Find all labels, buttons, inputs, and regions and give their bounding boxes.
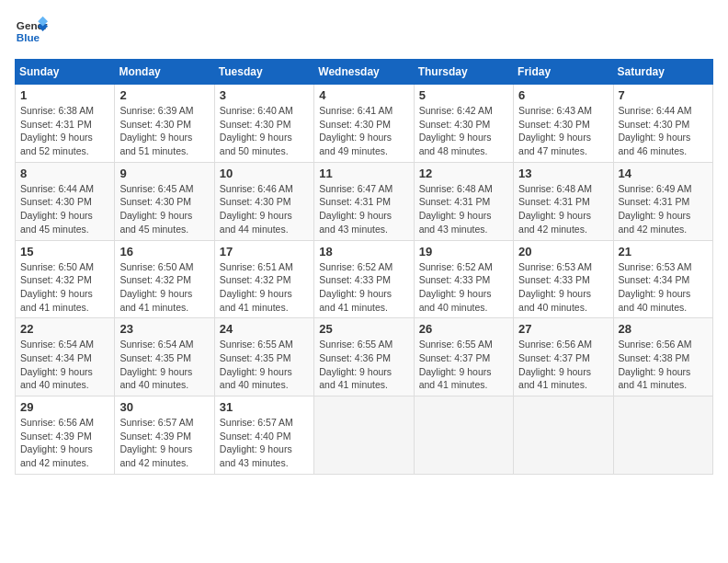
calendar-cell: 31 Sunrise: 6:57 AMSunset: 4:40 PMDaylig…	[214, 396, 313, 475]
cell-content: Sunrise: 6:56 AMSunset: 4:39 PMDaylight:…	[20, 416, 109, 470]
day-number: 13	[518, 167, 608, 180]
cell-content: Sunrise: 6:44 AMSunset: 4:30 PMDaylight:…	[619, 104, 708, 158]
calendar-cell: 13 Sunrise: 6:48 AMSunset: 4:31 PMDaylig…	[514, 162, 613, 240]
week-row-3: 15 Sunrise: 6:50 AMSunset: 4:32 PMDaylig…	[16, 240, 713, 318]
header-day-tuesday: Tuesday	[214, 60, 313, 85]
svg-text:Blue: Blue	[17, 31, 40, 43]
cell-content: Sunrise: 6:52 AMSunset: 4:33 PMDaylight:…	[419, 260, 508, 315]
day-number: 11	[319, 167, 408, 180]
calendar-cell: 17 Sunrise: 6:51 AMSunset: 4:32 PMDaylig…	[214, 240, 313, 318]
calendar-cell: 30 Sunrise: 6:57 AMSunset: 4:39 PMDaylig…	[115, 396, 214, 475]
calendar-cell: 7 Sunrise: 6:44 AMSunset: 4:30 PMDayligh…	[613, 85, 712, 163]
cell-content: Sunrise: 6:40 AMSunset: 4:30 PMDaylight:…	[220, 104, 309, 158]
cell-content: Sunrise: 6:52 AMSunset: 4:33 PMDaylight:…	[319, 260, 408, 315]
cell-content: Sunrise: 6:48 AMSunset: 4:31 PMDaylight:…	[419, 182, 508, 236]
calendar-cell	[613, 396, 712, 475]
cell-content: Sunrise: 6:39 AMSunset: 4:30 PMDaylight:…	[119, 104, 209, 158]
cell-content: Sunrise: 6:41 AMSunset: 4:30 PMDaylight:…	[319, 104, 408, 158]
calendar-table: SundayMondayTuesdayWednesdayThursdayFrid…	[15, 59, 713, 475]
calendar-cell: 18 Sunrise: 6:52 AMSunset: 4:33 PMDaylig…	[314, 240, 414, 318]
cell-content: Sunrise: 6:54 AMSunset: 4:34 PMDaylight:…	[20, 338, 109, 392]
calendar-cell: 28 Sunrise: 6:56 AMSunset: 4:38 PMDaylig…	[613, 318, 712, 396]
week-row-4: 22 Sunrise: 6:54 AMSunset: 4:34 PMDaylig…	[16, 318, 713, 396]
calendar-cell: 12 Sunrise: 6:48 AMSunset: 4:31 PMDaylig…	[414, 162, 513, 240]
cell-content: Sunrise: 6:55 AMSunset: 4:36 PMDaylight:…	[319, 338, 408, 392]
calendar-cell: 21 Sunrise: 6:53 AMSunset: 4:34 PMDaylig…	[613, 240, 712, 318]
calendar-cell: 16 Sunrise: 6:50 AMSunset: 4:32 PMDaylig…	[115, 240, 214, 318]
day-number: 1	[20, 88, 109, 102]
header-day-sunday: Sunday	[16, 60, 115, 85]
cell-content: Sunrise: 6:46 AMSunset: 4:30 PMDaylight:…	[220, 182, 309, 236]
day-number: 15	[20, 245, 109, 259]
cell-content: Sunrise: 6:49 AMSunset: 4:31 PMDaylight:…	[619, 182, 708, 236]
day-number: 19	[419, 245, 508, 259]
calendar-cell: 5 Sunrise: 6:42 AMSunset: 4:30 PMDayligh…	[414, 85, 513, 163]
calendar-cell	[314, 396, 414, 475]
day-number: 2	[119, 88, 209, 102]
cell-content: Sunrise: 6:56 AMSunset: 4:38 PMDaylight:…	[619, 338, 708, 392]
cell-content: Sunrise: 6:55 AMSunset: 4:37 PMDaylight:…	[419, 338, 508, 392]
calendar-cell: 3 Sunrise: 6:40 AMSunset: 4:30 PMDayligh…	[214, 85, 313, 163]
calendar-cell: 8 Sunrise: 6:44 AMSunset: 4:30 PMDayligh…	[16, 162, 115, 240]
day-number: 26	[419, 322, 508, 336]
header-day-saturday: Saturday	[613, 60, 712, 85]
calendar-cell: 20 Sunrise: 6:53 AMSunset: 4:33 PMDaylig…	[514, 240, 613, 318]
cell-content: Sunrise: 6:50 AMSunset: 4:32 PMDaylight:…	[20, 260, 109, 315]
day-number: 10	[220, 167, 309, 180]
calendar-cell	[514, 396, 613, 475]
cell-content: Sunrise: 6:53 AMSunset: 4:34 PMDaylight:…	[619, 260, 708, 315]
calendar-cell: 9 Sunrise: 6:45 AMSunset: 4:30 PMDayligh…	[115, 162, 214, 240]
day-number: 8	[20, 167, 109, 180]
day-number: 17	[220, 245, 309, 259]
week-row-5: 29 Sunrise: 6:56 AMSunset: 4:39 PMDaylig…	[16, 396, 713, 475]
cell-content: Sunrise: 6:43 AMSunset: 4:30 PMDaylight:…	[518, 104, 608, 158]
day-number: 12	[419, 167, 508, 180]
calendar-cell	[414, 396, 513, 475]
day-number: 31	[220, 400, 309, 414]
day-number: 16	[119, 245, 209, 259]
calendar-cell: 25 Sunrise: 6:55 AMSunset: 4:36 PMDaylig…	[314, 318, 414, 396]
day-number: 29	[20, 400, 109, 414]
cell-content: Sunrise: 6:45 AMSunset: 4:30 PMDaylight:…	[119, 182, 209, 236]
header-day-wednesday: Wednesday	[314, 60, 414, 85]
cell-content: Sunrise: 6:48 AMSunset: 4:31 PMDaylight:…	[518, 182, 608, 236]
calendar-cell: 27 Sunrise: 6:56 AMSunset: 4:37 PMDaylig…	[514, 318, 613, 396]
cell-content: Sunrise: 6:53 AMSunset: 4:33 PMDaylight:…	[518, 260, 608, 315]
calendar-cell: 11 Sunrise: 6:47 AMSunset: 4:31 PMDaylig…	[314, 162, 414, 240]
calendar-cell: 10 Sunrise: 6:46 AMSunset: 4:30 PMDaylig…	[214, 162, 313, 240]
day-number: 6	[518, 88, 608, 102]
calendar-cell: 4 Sunrise: 6:41 AMSunset: 4:30 PMDayligh…	[314, 85, 414, 163]
week-row-1: 1 Sunrise: 6:38 AMSunset: 4:31 PMDayligh…	[16, 85, 713, 163]
cell-content: Sunrise: 6:54 AMSunset: 4:35 PMDaylight:…	[119, 338, 209, 392]
calendar-cell: 22 Sunrise: 6:54 AMSunset: 4:34 PMDaylig…	[16, 318, 115, 396]
calendar-cell: 15 Sunrise: 6:50 AMSunset: 4:32 PMDaylig…	[16, 240, 115, 318]
calendar-cell: 23 Sunrise: 6:54 AMSunset: 4:35 PMDaylig…	[115, 318, 214, 396]
day-number: 20	[518, 245, 608, 259]
calendar-cell: 29 Sunrise: 6:56 AMSunset: 4:39 PMDaylig…	[16, 396, 115, 475]
day-number: 22	[20, 322, 109, 336]
calendar-cell: 24 Sunrise: 6:55 AMSunset: 4:35 PMDaylig…	[214, 318, 313, 396]
header-day-friday: Friday	[514, 60, 613, 85]
cell-content: Sunrise: 6:56 AMSunset: 4:37 PMDaylight:…	[518, 338, 608, 392]
day-number: 7	[619, 88, 708, 102]
cell-content: Sunrise: 6:51 AMSunset: 4:32 PMDaylight:…	[220, 260, 309, 315]
logo-icon: General Blue	[15, 15, 48, 48]
calendar-cell: 2 Sunrise: 6:39 AMSunset: 4:30 PMDayligh…	[115, 85, 214, 163]
calendar-cell: 26 Sunrise: 6:55 AMSunset: 4:37 PMDaylig…	[414, 318, 513, 396]
day-number: 30	[119, 400, 209, 414]
day-number: 24	[220, 322, 309, 336]
cell-content: Sunrise: 6:57 AMSunset: 4:40 PMDaylight:…	[220, 416, 309, 470]
week-row-2: 8 Sunrise: 6:44 AMSunset: 4:30 PMDayligh…	[16, 162, 713, 240]
header-day-monday: Monday	[115, 60, 214, 85]
day-number: 18	[319, 245, 408, 259]
page-header: General Blue	[15, 15, 713, 48]
calendar-cell: 19 Sunrise: 6:52 AMSunset: 4:33 PMDaylig…	[414, 240, 513, 318]
header-day-thursday: Thursday	[414, 60, 513, 85]
day-number: 4	[319, 88, 408, 102]
day-number: 23	[119, 322, 209, 336]
day-number: 21	[619, 245, 708, 259]
logo: General Blue	[15, 15, 48, 48]
day-number: 5	[419, 88, 508, 102]
header-row: SundayMondayTuesdayWednesdayThursdayFrid…	[16, 60, 713, 85]
calendar-cell: 1 Sunrise: 6:38 AMSunset: 4:31 PMDayligh…	[16, 85, 115, 163]
